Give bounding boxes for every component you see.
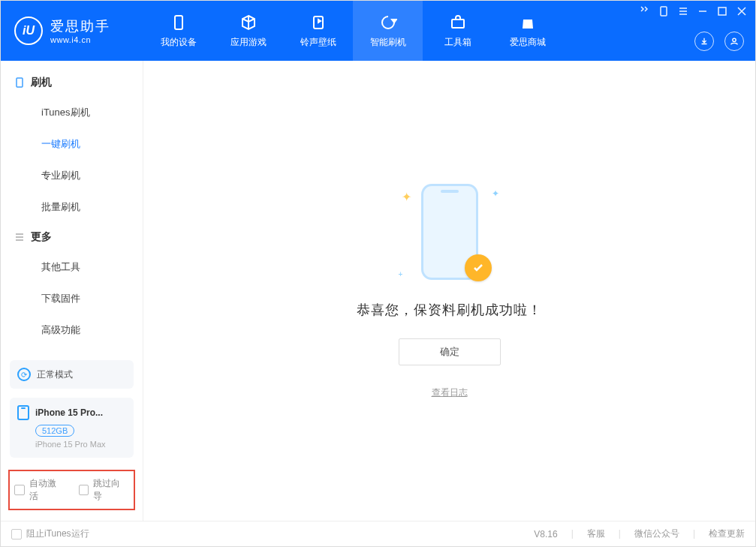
device-model: iPhone 15 Pro Max [35, 440, 126, 449]
main-content: ✦ ✦ + 恭喜您，保资料刷机成功啦！ 确定 查看日志 [143, 61, 755, 521]
minimize-icon[interactable] [697, 5, 709, 17]
sidebar-item-oneclick-flash[interactable]: 一键刷机 [1, 128, 143, 160]
app-title: 爱思助手 [50, 17, 110, 35]
toolbox-icon [449, 14, 467, 32]
status-card[interactable]: ⟳ 正常模式 [10, 360, 134, 389]
app-logo: iU 爱思助手 www.i4.cn [1, 1, 143, 61]
device-phone-icon [17, 405, 29, 420]
checkbox-label: 自动激活 [29, 477, 65, 503]
checkbox-label: 阻止iTunes运行 [26, 527, 89, 540]
sidebar-item-itunes-flash[interactable]: iTunes刷机 [1, 97, 143, 128]
menu-icon[interactable] [677, 5, 689, 17]
checkbox-icon [79, 485, 89, 495]
sparkle-icon: + [399, 270, 403, 278]
nav-label: 爱思商城 [510, 36, 546, 49]
device-icon [170, 14, 188, 32]
confirm-button[interactable]: 确定 [399, 338, 501, 365]
check-update-link[interactable]: 检查更新 [693, 527, 745, 540]
download-icon[interactable] [694, 32, 714, 51]
checkbox-icon [14, 485, 25, 495]
sidebar-item-pro-flash[interactable]: 专业刷机 [1, 160, 143, 191]
nav-mall[interactable]: 爱思商城 [492, 1, 562, 61]
group-title: 更多 [31, 230, 52, 244]
list-icon [14, 232, 25, 242]
highlighted-options: 自动激活 跳过向导 [8, 470, 135, 510]
block-itunes-checkbox[interactable]: 阻止iTunes运行 [11, 527, 89, 540]
notch-icon [441, 190, 459, 193]
nav-my-device[interactable]: 我的设备 [143, 1, 213, 61]
checkbox-icon [11, 529, 22, 539]
nav-label: 铃声壁纸 [300, 36, 336, 49]
footer: 阻止iTunes运行 V8.16 客服 微信公众号 检查更新 [1, 521, 755, 546]
phone-outline-icon [14, 77, 25, 88]
sidebar: 刷机 iTunes刷机 一键刷机 专业刷机 批量刷机 更多 其他工具 下载固件 … [1, 61, 143, 521]
svg-rect-0 [175, 16, 182, 29]
svg-rect-3 [452, 20, 464, 28]
svg-marker-2 [392, 20, 396, 23]
success-message: 恭喜您，保资料刷机成功啦！ [357, 301, 542, 319]
nav-ringtone[interactable]: 铃声壁纸 [283, 1, 353, 61]
sidebar-item-batch-flash[interactable]: 批量刷机 [1, 191, 143, 223]
refresh-icon [379, 14, 397, 32]
status-ok-icon: ⟳ [17, 368, 31, 381]
checkbox-label: 跳过向导 [93, 477, 129, 503]
close-icon[interactable] [736, 5, 748, 17]
maximize-icon[interactable] [716, 5, 728, 17]
sidebar-group-more[interactable]: 更多 [1, 223, 143, 251]
nav-apps[interactable]: 应用游戏 [213, 1, 283, 61]
svg-rect-5 [718, 8, 726, 15]
nav-label: 智能刷机 [370, 36, 406, 49]
nav-smart-flash[interactable]: 智能刷机 [353, 1, 423, 61]
svg-point-6 [733, 38, 736, 41]
logo-icon: iU [14, 17, 43, 45]
device-card[interactable]: iPhone 15 Pro... 512GB iPhone 15 Pro Max [10, 398, 134, 458]
success-illustration: ✦ ✦ + [397, 182, 502, 287]
nav-label: 我的设备 [161, 36, 197, 49]
sidebar-item-other-tools[interactable]: 其他工具 [1, 251, 143, 283]
svg-rect-4 [661, 7, 667, 16]
svg-rect-7 [17, 78, 23, 87]
nav-label: 工具箱 [444, 36, 471, 49]
sparkle-icon: ✦ [402, 190, 411, 204]
user-icon[interactable] [724, 32, 744, 51]
sidebar-group-flash[interactable]: 刷机 [1, 68, 143, 97]
bag-icon [519, 14, 537, 32]
device-name: iPhone 15 Pro... [35, 407, 103, 418]
group-title: 刷机 [31, 76, 52, 89]
auto-activate-checkbox[interactable]: 自动激活 [14, 477, 65, 503]
cube-icon [239, 14, 258, 32]
app-subtitle: www.i4.cn [50, 35, 110, 44]
sidebar-item-download-firmware[interactable]: 下载固件 [1, 283, 143, 314]
nav-label: 应用游戏 [230, 36, 267, 49]
music-icon [309, 14, 327, 32]
view-log-link[interactable]: 查看日志 [432, 386, 468, 399]
phone-frame-icon[interactable] [658, 5, 670, 17]
support-link[interactable]: 客服 [571, 527, 605, 540]
storage-badge: 512GB [35, 425, 74, 437]
nav-toolbox[interactable]: 工具箱 [423, 1, 492, 61]
sparkle-icon: ✦ [492, 188, 499, 199]
success-check-icon [465, 254, 492, 281]
status-mode-label: 正常模式 [37, 368, 73, 381]
feedback-icon[interactable] [638, 5, 650, 17]
version-label: V8.16 [534, 529, 557, 539]
skip-wizard-checkbox[interactable]: 跳过向导 [79, 477, 130, 503]
wechat-link[interactable]: 微信公众号 [619, 527, 679, 540]
sidebar-item-advanced[interactable]: 高级功能 [1, 314, 143, 346]
